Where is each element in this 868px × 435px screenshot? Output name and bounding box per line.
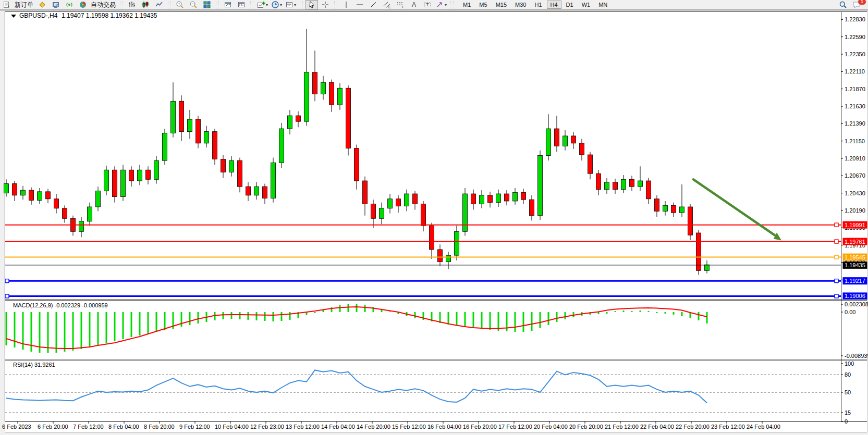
line-anchor[interactable] [5,279,9,283]
notifications-button[interactable]: 1 [850,0,863,9]
time-tick-label: 20 Feb 20:00 [569,424,603,430]
indicators-icon [257,1,265,9]
candle-body [79,221,84,231]
timeframe-d1-button[interactable]: D1 [563,1,577,9]
timeframe-w1-button[interactable]: W1 [578,1,594,9]
templates-button[interactable]: ▾ [284,0,297,9]
line-anchor[interactable] [835,294,838,298]
time-tick-label: 16 Feb 20:00 [463,424,497,430]
templates-icon [285,1,294,9]
timeframe-h1-button[interactable]: H1 [531,1,545,9]
candle-body [313,72,317,94]
candle-body [563,136,568,146]
price-label: 1.19006 [845,293,865,299]
candle-body [121,170,126,196]
price-label: 1.19991 [845,222,865,228]
price-tick-label: 1.21870 [845,86,865,92]
new-order-button[interactable] [1,0,13,9]
zoom-in-button[interactable] [174,0,186,9]
timeframe-m30-button[interactable]: M30 [511,1,530,9]
equidistant-channel-tool-button[interactable]: E [381,0,393,9]
candle-body [580,143,584,155]
vertical-line-tool-button[interactable] [340,0,352,9]
line-anchor[interactable] [835,279,838,283]
bar-chart-button[interactable] [126,0,138,9]
timeframe-m15-button[interactable]: M15 [492,1,510,9]
candle-body [488,195,493,203]
arrows-tool-button[interactable]: ▾ [435,0,448,9]
chart-title: GBPUSD-,H4 [19,12,58,19]
candle-body [380,208,384,218]
candle-body [621,179,626,189]
chevron-down-icon[interactable]: ▾ [294,3,296,7]
chevron-down-icon[interactable]: ▾ [280,3,282,7]
time-tick-label: 8 Feb 04:00 [108,424,139,430]
terminal-button[interactable] [50,0,62,9]
toolbar-separator [300,2,303,8]
periods-button[interactable]: ▾ [270,0,283,9]
arrange-windows-button[interactable] [222,0,234,9]
timeframe-h4-button[interactable]: H4 [547,1,561,9]
text-label-tool-button[interactable]: T [421,0,434,9]
indicators-button[interactable]: ▾ [256,0,269,9]
symbols-icon [38,1,46,9]
cursor-tool-button[interactable] [305,0,318,9]
text-tool-button[interactable]: A [408,0,420,9]
candle-body [646,181,651,199]
line-anchor[interactable] [835,223,838,227]
time-tick-label: 15 Feb 12:00 [392,424,426,430]
candlestick-chart-button[interactable] [139,0,152,9]
timeframe-m5-button[interactable]: M5 [475,1,491,9]
chevron-down-icon[interactable]: ▾ [445,3,447,7]
price-chart: 1.228301.225901.223501.221101.218701.216… [0,10,868,435]
price-tick-label: 1.22590 [845,34,865,40]
fibonacci-tool-button[interactable]: F [394,0,407,9]
line-chart-button[interactable] [153,0,165,9]
tile-windows-button[interactable] [201,0,213,9]
signal-button[interactable] [63,0,76,9]
candle-body [521,192,526,200]
line-anchor[interactable] [5,294,9,298]
trendline-tool-button[interactable] [367,0,380,9]
candle-body [288,116,292,129]
time-tick-label: 6 Feb 20:00 [38,424,68,430]
search-icon [839,1,847,9]
candle-body [146,170,151,179]
timeframe-toolbar: M1M5M15M30H1H4D1W1MN [459,1,612,9]
chevron-down-icon[interactable]: ▾ [266,3,268,7]
candle-body [29,190,34,200]
price-tick-label: 1.22350 [845,51,865,57]
candle-body [388,199,393,208]
candle-body [496,194,501,203]
line-anchor[interactable] [835,240,838,243]
arrange-windows-icon [224,1,232,9]
svg-text:A: A [412,1,416,8]
search-button[interactable] [837,0,849,9]
symbols-button[interactable] [36,0,48,9]
horizontal-line-tool-button[interactable] [353,0,366,9]
candle-body [213,132,217,159]
autotrading-label[interactable]: 自动交易 [91,1,116,9]
autotrading-button[interactable] [77,0,89,9]
new-order-icon [3,1,11,9]
macd-tick-label: 0.00 [845,309,855,315]
new-order-label[interactable]: 新订单 [15,1,33,9]
time-tick-label: 10 Feb 04:00 [215,424,249,430]
candle-body [229,160,234,172]
line-anchor[interactable] [835,255,838,259]
price-tick-label: 1.21390 [845,120,865,127]
candle-body [246,187,251,195]
crosshair-tool-button[interactable] [319,0,332,9]
candle-body [588,155,593,173]
zoom-out-button[interactable] [187,0,200,9]
time-tick-label: 8 Feb 20:00 [144,424,175,430]
candle-body [254,187,259,195]
cascade-windows-button[interactable] [235,0,248,9]
toolbar-separator [120,2,123,8]
cursor-icon [308,1,316,9]
text-icon: A [410,1,418,9]
timeframe-mn-button[interactable]: MN [595,1,611,9]
timeframe-m1-button[interactable]: M1 [459,1,474,9]
rsi-tick-label: 50 [845,389,851,395]
svg-text:F: F [402,5,404,9]
